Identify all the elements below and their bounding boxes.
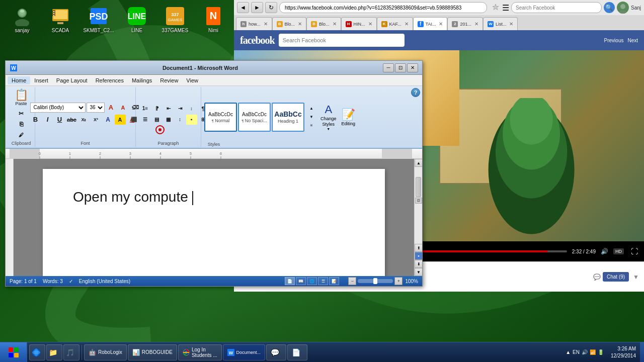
grow-font-button[interactable]: A (106, 103, 117, 113)
menu-insert[interactable]: Insert (30, 76, 52, 84)
video-fullscreen-button[interactable]: ⛶ (631, 247, 638, 255)
change-styles-button[interactable]: A Change Styles ▼ (319, 102, 338, 132)
zoom-in-button[interactable]: + (394, 277, 403, 285)
taskbar-item-word[interactable]: W Document... (223, 344, 266, 360)
browser-tab-5[interactable]: f TAI... ✕ (413, 17, 448, 30)
decrease-indent-button[interactable]: ⇤ (163, 104, 174, 114)
browser-tab-4[interactable]: K KAF... ✕ (377, 17, 413, 30)
font-size-select[interactable]: 36 (87, 103, 105, 113)
word-doc-content-area[interactable]: Open my compute (14, 159, 414, 276)
browser-tab-1[interactable]: B Blo... ✕ (272, 17, 307, 30)
tab-close-7[interactable]: ✕ (509, 21, 513, 27)
menu-references[interactable]: References (92, 76, 128, 84)
outline-view-button[interactable]: ☰ (318, 277, 328, 285)
increase-indent-button[interactable]: ⇥ (175, 104, 186, 114)
taskbar-item-chrome[interactable]: Log InStudents ... (178, 344, 222, 360)
object-browse-button[interactable]: ● (415, 252, 422, 260)
cut-button[interactable]: ✂ (16, 109, 27, 119)
print-layout-view-button[interactable]: 📄 (285, 277, 295, 285)
taskbar-item-line[interactable]: 💬 (266, 344, 286, 360)
align-center-button[interactable]: ☰ (140, 115, 151, 125)
browser-search-button[interactable]: 🔍 (604, 2, 615, 13)
style-heading1-box[interactable]: AaBbCc Heading 1 (272, 103, 304, 132)
tab-close-4[interactable]: ✕ (405, 21, 409, 27)
align-left-button[interactable]: ⬛ (128, 115, 139, 125)
fb-prev-button[interactable]: Previous (604, 38, 624, 43)
browser-tab-6[interactable]: 2 201... ✕ (447, 17, 483, 30)
browser-bookmark-button[interactable] (491, 3, 500, 12)
styles-scroll-down-button[interactable]: ▼ (306, 113, 317, 121)
browser-tab-2[interactable]: B Blo... ✕ (306, 17, 341, 30)
bold-button[interactable]: B (30, 115, 41, 125)
word-minimize-button[interactable]: ─ (383, 63, 394, 72)
align-right-button[interactable]: ▤ (151, 115, 163, 125)
justify-button[interactable]: ▦ (163, 115, 174, 125)
word-restore-button[interactable]: ⊡ (395, 63, 406, 72)
prev-page-button[interactable]: ⬆ (415, 244, 422, 252)
superscript-button[interactable]: X² (91, 115, 102, 125)
web-layout-view-button[interactable]: 🌐 (307, 277, 317, 285)
fb-next-button[interactable]: Next (627, 38, 638, 43)
tab-close-5[interactable]: ✕ (439, 21, 443, 27)
zoom-slider-thumb[interactable] (373, 278, 377, 284)
tab-close-6[interactable]: ✕ (474, 21, 478, 27)
ribbon-help-button[interactable]: ? (411, 88, 420, 97)
desktop-icon-line[interactable]: LINE LINE (119, 4, 155, 36)
font-name-select[interactable]: Calibri (Body) (30, 103, 86, 113)
facebook-search-input[interactable] (279, 34, 405, 47)
browser-tab-3[interactable]: H HIN... ✕ (341, 17, 377, 30)
browser-refresh-button[interactable]: ↻ (265, 2, 277, 13)
browser-menu-button[interactable]: ☰ (502, 3, 509, 13)
scrollbar-down-button[interactable]: ▼ (415, 268, 422, 276)
word-document-paper[interactable]: Open my compute (43, 169, 385, 276)
numbering-button[interactable]: 1≡ (140, 104, 151, 114)
style-normal-box[interactable]: AaBbCcDc ¶ Normal (204, 103, 237, 132)
start-button[interactable] (0, 342, 27, 363)
next-page-button[interactable]: ⬇ (415, 260, 422, 268)
browser-tab-0[interactable]: h how... ✕ (236, 17, 272, 30)
facebook-scroll-down-button[interactable]: ▼ (633, 274, 639, 281)
taskbar-item-media[interactable]: 🎵 (63, 344, 79, 360)
desktop-icon-337games[interactable]: 337 GAMES 337GAMES (157, 4, 193, 36)
tab-close-3[interactable]: ✕ (368, 21, 372, 27)
desktop-icon-scada[interactable]: SCADA (42, 4, 78, 36)
style-nospacing-box[interactable]: AaBbCcDc ¶ No Spaci... (238, 103, 271, 132)
show-desktop-button[interactable] (640, 342, 644, 363)
draft-view-button[interactable]: 📝 (329, 277, 339, 285)
menu-home[interactable]: Home (8, 76, 30, 84)
format-painter-button[interactable]: 🖌 (16, 130, 27, 140)
desktop-icon-nimi[interactable]: N Nimi (195, 4, 231, 36)
taskbar-item-roboguide[interactable]: 📊 ROBOGUIDE (128, 344, 177, 360)
taskbar-item-folders[interactable]: 📁 (46, 344, 62, 360)
facebook-chat-button[interactable]: Chat (9) (603, 272, 629, 282)
browser-search-input[interactable] (511, 2, 602, 13)
video-volume-button[interactable]: 🔊 (601, 248, 608, 255)
tab-close-0[interactable]: ✕ (264, 21, 268, 27)
full-reading-view-button[interactable]: 📖 (296, 277, 306, 285)
word-scrollbar[interactable]: ▲ ⊡ ⬆ ● ⬇ ▼ (414, 159, 422, 276)
word-document-text[interactable]: Open my compute (73, 189, 192, 205)
taskbar-item-robologix[interactable]: 🤖 RoboLogix (84, 344, 127, 360)
word-close-button[interactable]: ✕ (407, 63, 418, 72)
menu-review[interactable]: Review (156, 76, 182, 84)
browser-back-button[interactable]: ◄ (237, 2, 249, 13)
scrollbar-up-button[interactable]: ▲ (415, 159, 422, 167)
split-view-button[interactable]: ⊡ (415, 198, 422, 204)
menu-mailings[interactable]: Mailings (128, 76, 156, 84)
system-tray-up-arrow[interactable]: ▲ (566, 349, 571, 355)
taskbar-item-ie[interactable] (29, 344, 45, 360)
line-spacing-button[interactable]: ↕ (175, 115, 186, 125)
browser-address-bar[interactable] (279, 2, 487, 13)
multilevel-list-button[interactable]: ⁋ (151, 104, 163, 114)
browser-forward-button[interactable]: ► (251, 2, 263, 13)
tab-close-2[interactable]: ✕ (333, 21, 337, 27)
paste-button[interactable]: 📋 Paste (12, 88, 31, 108)
desktop-icon-skmbt[interactable]: PSD SKMBT_C2... (80, 4, 117, 36)
underline-button[interactable]: U (54, 115, 65, 125)
desktop-icon-sanjay[interactable]: sanjay (4, 4, 40, 36)
editing-button[interactable]: 📝 Editing (340, 107, 357, 128)
italic-button[interactable]: I (42, 115, 53, 125)
highlight-button[interactable]: A (115, 115, 126, 125)
zoom-out-button[interactable]: − (348, 277, 356, 285)
menu-view[interactable]: View (182, 76, 202, 84)
